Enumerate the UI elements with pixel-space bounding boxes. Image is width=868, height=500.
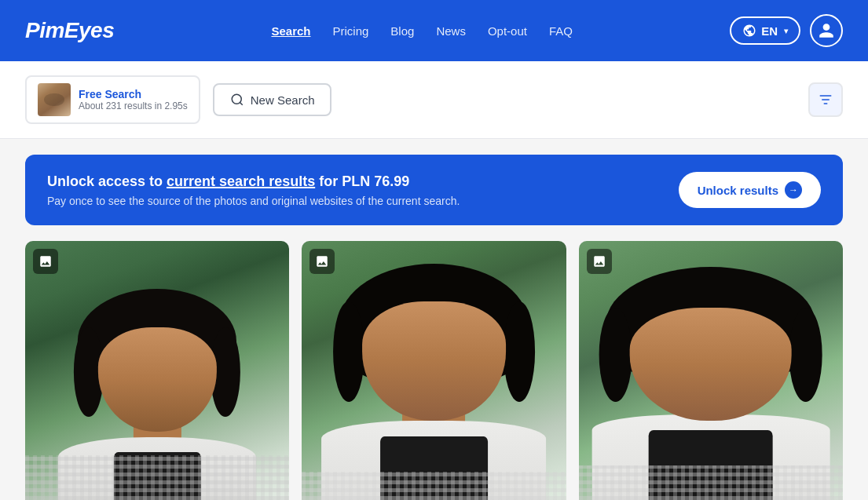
- unlock-subtext: Pay once to see the source of the photos…: [47, 195, 460, 207]
- user-icon: [818, 22, 835, 39]
- free-search-label: Free Search: [79, 88, 188, 100]
- nav-pricing[interactable]: Pricing: [333, 24, 369, 38]
- image-icon: [315, 254, 329, 268]
- nav-optout[interactable]: Opt-out: [488, 24, 527, 38]
- main-nav: Search Pricing Blog News Opt-out FAQ: [271, 24, 573, 38]
- result-card[interactable]: 2 results: [579, 241, 843, 500]
- language-label: EN: [761, 24, 778, 38]
- filter-icon: [818, 92, 833, 108]
- search-bar-area: Free Search About 231 results in 2.95s N…: [0, 61, 868, 139]
- search-thumbnail: [38, 83, 71, 116]
- nav-faq[interactable]: FAQ: [549, 24, 573, 38]
- logo[interactable]: PimEyes: [25, 18, 114, 43]
- nav-search[interactable]: Search: [271, 24, 310, 38]
- unlock-heading-link: current search results: [167, 173, 315, 189]
- svg-point-0: [232, 94, 241, 104]
- free-search-card[interactable]: Free Search About 231 results in 2.95s: [25, 75, 200, 124]
- globe-icon: [742, 24, 756, 38]
- unlock-heading: Unlock access to current search results …: [47, 173, 460, 190]
- unlock-text: Unlock access to current search results …: [47, 173, 460, 207]
- main-header: PimEyes Search Pricing Blog News Opt-out…: [0, 0, 868, 61]
- new-search-button[interactable]: New Search: [213, 83, 332, 116]
- new-search-label: New Search: [251, 93, 315, 107]
- filter-button[interactable]: [808, 82, 843, 117]
- nav-blog[interactable]: Blog: [390, 24, 414, 38]
- unlock-button-label: Unlock results: [698, 184, 778, 197]
- svg-line-1: [240, 102, 242, 104]
- results-grid: 2 results 2 results: [0, 241, 868, 500]
- free-search-text: Free Search About 231 results in 2.95s: [79, 88, 188, 111]
- header-right: EN ▾: [730, 14, 843, 47]
- search-circle-icon: [230, 93, 244, 107]
- result-card[interactable]: 2 results: [302, 241, 566, 500]
- user-account-button[interactable]: [810, 14, 843, 47]
- unlock-heading-prefix: Unlock access to: [47, 173, 167, 189]
- unlock-heading-suffix: for PLN 76.99: [315, 173, 409, 189]
- nav-news[interactable]: News: [436, 24, 466, 38]
- image-icon: [592, 254, 606, 268]
- arrow-circle-icon: [785, 181, 802, 199]
- card-image-icon: [587, 249, 612, 274]
- unlock-results-button[interactable]: Unlock results: [679, 172, 821, 208]
- card-image-icon: [33, 249, 58, 274]
- image-icon: [38, 254, 53, 268]
- card-image-icon: [309, 249, 335, 274]
- thumbnail-face: [38, 83, 71, 116]
- logo-text: PimEyes: [25, 18, 114, 42]
- free-search-subtext: About 231 results in 2.95s: [79, 100, 188, 111]
- unlock-banner: Unlock access to current search results …: [25, 155, 843, 225]
- language-selector[interactable]: EN ▾: [730, 16, 800, 45]
- chevron-down-icon: ▾: [784, 27, 788, 35]
- search-bar-left: Free Search About 231 results in 2.95s N…: [25, 75, 331, 124]
- result-card[interactable]: 2 results: [25, 241, 289, 500]
